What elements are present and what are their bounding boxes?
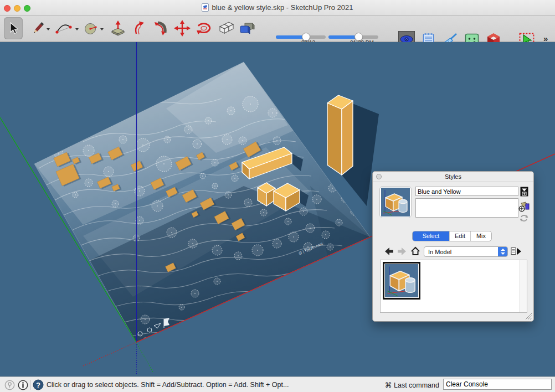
move-icon <box>173 19 191 37</box>
styles-list[interactable] <box>380 260 527 313</box>
credits-info-icon[interactable] <box>18 380 28 392</box>
status-message: Click or drag to select objects. Shift =… <box>47 381 289 389</box>
last-command-label: ⌘ Last command <box>385 381 439 389</box>
help-icon[interactable]: ? <box>33 379 44 392</box>
line-tool-button[interactable] <box>29 17 48 39</box>
stacked-boxes-tool-button[interactable] <box>238 17 256 39</box>
arc-dropdown-caret[interactable] <box>75 28 79 30</box>
follow-me-icon <box>132 20 148 37</box>
status-bar: ? Click or drag to select objects. Shift… <box>0 376 555 392</box>
tab-select[interactable]: Select <box>413 231 450 241</box>
home-button[interactable] <box>410 246 420 257</box>
window-title: blue & yellow style.skp - SketchUp Pro 2… <box>0 3 555 13</box>
style-name-input[interactable] <box>415 187 518 196</box>
circle-tool-button[interactable] <box>81 17 100 39</box>
tab-mix[interactable]: Mix <box>471 231 491 241</box>
wireframe-boxes-tool-button[interactable] <box>217 17 235 39</box>
push-pull-tool-button[interactable] <box>109 17 127 39</box>
sketchup-window: blue & yellow style.skp - SketchUp Pro 2… <box>0 0 555 392</box>
offset-icon <box>153 20 169 37</box>
rotate-icon <box>195 19 213 37</box>
shadow-date-slider[interactable] <box>276 35 326 39</box>
arc-tool-button[interactable] <box>53 17 74 39</box>
geolocation-icon[interactable] <box>4 380 15 392</box>
last-command-input[interactable] <box>443 379 552 390</box>
shadow-time-slider[interactable] <box>328 35 378 39</box>
line-dropdown-caret[interactable] <box>47 28 50 30</box>
collections-nav-row: In Model <box>373 245 535 259</box>
back-arrow-button[interactable] <box>384 247 394 257</box>
refresh-style-button-disabled <box>520 214 528 224</box>
update-style-button[interactable] <box>518 202 530 214</box>
active-style-thumbnail[interactable] <box>379 186 412 218</box>
details-menu-button[interactable] <box>511 246 522 257</box>
rotate-tool-button[interactable] <box>194 17 213 39</box>
move-tool-button[interactable] <box>173 17 192 39</box>
styles-panel: Styles Select Edit Mix <box>372 171 534 322</box>
stacked-boxes-icon <box>239 20 255 37</box>
panel-resize-grip[interactable] <box>526 313 532 319</box>
styles-list-scrollbar[interactable] <box>520 260 527 312</box>
title-bar: blue & yellow style.skp - SketchUp Pro 2… <box>0 0 555 16</box>
offset-tool-button[interactable] <box>152 17 171 39</box>
style-description-field[interactable] <box>415 198 518 218</box>
panel-title-bar[interactable]: Styles <box>373 172 533 182</box>
circle-icon <box>83 20 99 36</box>
model-viewport[interactable]: @ | The Archant <box>0 42 555 376</box>
arc-icon <box>54 20 73 36</box>
sketchup-file-icon <box>202 3 209 13</box>
panel-tabs: Select Edit Mix <box>412 231 492 241</box>
panel-title: Styles <box>373 173 533 180</box>
collections-dropdown[interactable]: In Model <box>424 246 508 257</box>
toolbar: 08/13 01:30 PM » <box>0 16 555 42</box>
follow-me-tool-button[interactable] <box>131 17 150 39</box>
circle-dropdown-caret[interactable] <box>100 28 104 30</box>
push-pull-icon <box>110 20 126 37</box>
collections-dropdown-value: In Model <box>428 249 451 255</box>
create-style-button[interactable] <box>520 187 528 198</box>
tab-edit[interactable]: Edit <box>450 231 471 241</box>
style-list-item-selected[interactable] <box>383 262 420 300</box>
wireframe-boxes-icon <box>218 20 234 37</box>
pencil-icon <box>30 20 46 36</box>
tower <box>327 103 342 175</box>
select-arrow-icon <box>6 21 20 35</box>
forward-arrow-button-disabled <box>397 247 407 257</box>
svg-text:?: ? <box>36 381 40 389</box>
dropdown-stepper-icon[interactable] <box>498 247 507 256</box>
select-tool-button[interactable] <box>4 17 23 39</box>
